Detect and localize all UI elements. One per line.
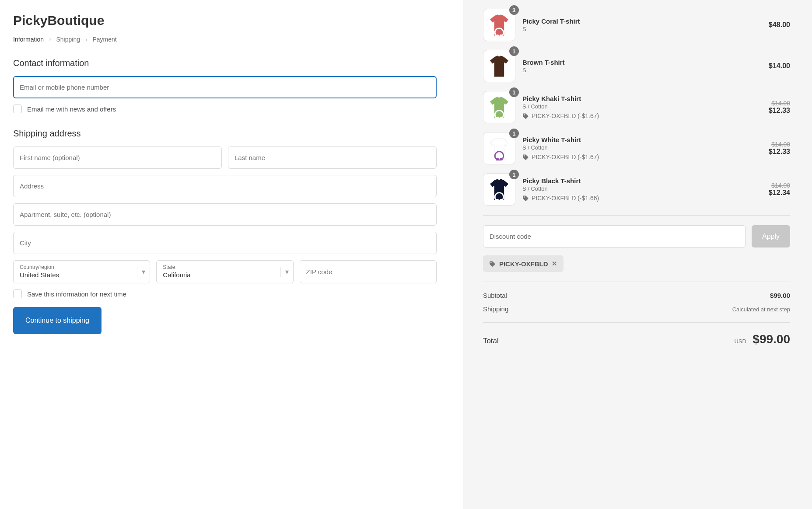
cart-item: 1 Picky White T-shirt S / Cotton PICKY-O… <box>483 132 790 164</box>
address-input[interactable] <box>13 175 437 197</box>
item-price: $48.00 <box>769 21 790 29</box>
item-variant: S <box>522 67 762 73</box>
total-label: Total <box>483 337 499 345</box>
apply-button[interactable]: Apply <box>752 225 790 248</box>
tag-icon <box>522 113 529 119</box>
product-thumbnail: 3 <box>483 9 515 41</box>
country-label: Country/region <box>20 264 144 270</box>
tag-icon <box>522 154 529 160</box>
newsletter-label: Email me with news and offers <box>27 105 116 113</box>
applied-discount-tag: PICKY-OXFBLD ✕ <box>483 255 564 272</box>
divider <box>483 322 790 323</box>
item-price: $14.00 <box>769 62 790 70</box>
breadcrumb-shipping[interactable]: Shipping <box>56 36 80 43</box>
original-price: $14.00 <box>769 141 790 148</box>
state-label: State <box>163 264 287 270</box>
tag-icon <box>489 261 496 267</box>
shipping-label: Shipping <box>483 305 508 313</box>
divider <box>483 215 790 216</box>
city-input[interactable] <box>13 232 437 254</box>
cart-item: 1 Picky Black T-shirt S / Cotton PICKY-O… <box>483 173 790 206</box>
product-thumbnail: 1 <box>483 173 515 206</box>
currency-label: USD <box>734 338 746 345</box>
first-name-input[interactable] <box>13 146 222 169</box>
breadcrumb: Information › Shipping › Payment <box>13 36 437 43</box>
item-variant: S / Cotton <box>522 103 762 110</box>
save-info-label: Save this information for next time <box>27 290 126 298</box>
store-title: PickyBoutique <box>13 13 437 28</box>
item-variant: S / Cotton <box>522 144 762 151</box>
quantity-badge: 1 <box>509 170 519 179</box>
chevron-right-icon: › <box>49 36 51 43</box>
product-thumbnail: 1 <box>483 50 515 82</box>
email-input[interactable] <box>13 76 437 98</box>
state-select[interactable]: State California ▾ <box>156 260 293 283</box>
subtotal-label: Subtotal <box>483 292 507 299</box>
original-price: $14.00 <box>769 182 790 189</box>
breadcrumb-information[interactable]: Information <box>13 36 44 43</box>
chevron-down-icon: ▾ <box>280 267 289 277</box>
last-name-input[interactable] <box>228 146 437 169</box>
product-thumbnail: 1 <box>483 132 515 164</box>
item-discount: PICKY-OXFBLD (-$1.67) <box>522 153 762 160</box>
cart-item: 3 Picky Coral T-shirt S $48.00 <box>483 9 790 41</box>
item-name: Brown T-shirt <box>522 59 762 66</box>
discount-input[interactable] <box>483 225 746 248</box>
applied-code-text: PICKY-OXFBLD <box>499 260 548 268</box>
original-price: $14.00 <box>769 100 790 107</box>
contact-heading: Contact information <box>13 58 437 68</box>
cart-item: 1 Picky Khaki T-shirt S / Cotton PICKY-O… <box>483 91 790 123</box>
quantity-badge: 1 <box>509 46 519 56</box>
remove-discount-icon[interactable]: ✕ <box>552 260 557 268</box>
zip-input[interactable] <box>300 260 437 283</box>
tag-icon <box>522 195 529 202</box>
item-name: Picky White T-shirt <box>522 136 762 143</box>
item-variant: S / Cotton <box>522 185 762 192</box>
quantity-badge: 1 <box>509 87 519 97</box>
item-price: $12.34 <box>769 189 790 197</box>
state-value: California <box>163 271 287 279</box>
item-name: Picky Khaki T-shirt <box>522 95 762 102</box>
save-info-checkbox[interactable] <box>13 289 22 298</box>
subtotal-value: $99.00 <box>770 292 790 299</box>
quantity-badge: 1 <box>509 129 519 138</box>
item-discount: PICKY-OXFBLD (-$1.67) <box>522 112 762 119</box>
shipping-heading: Shipping address <box>13 129 437 139</box>
item-variant: S <box>522 26 762 32</box>
item-discount: PICKY-OXFBLD (-$1.66) <box>522 195 762 202</box>
item-name: Picky Coral T-shirt <box>522 17 762 25</box>
newsletter-checkbox[interactable] <box>13 105 22 113</box>
country-select[interactable]: Country/region United States ▾ <box>13 260 150 283</box>
breadcrumb-payment[interactable]: Payment <box>92 36 116 43</box>
apartment-input[interactable] <box>13 203 437 226</box>
chevron-right-icon: › <box>85 36 88 43</box>
item-name: Picky Black T-shirt <box>522 177 762 185</box>
chevron-down-icon: ▾ <box>137 267 145 277</box>
shipping-value: Calculated at next step <box>732 306 790 313</box>
cart-item: 1 Brown T-shirt S $14.00 <box>483 50 790 82</box>
total-value: $99.00 <box>752 332 790 346</box>
divider <box>483 282 790 282</box>
continue-button[interactable]: Continue to shipping <box>13 307 102 334</box>
country-value: United States <box>20 271 144 279</box>
quantity-badge: 3 <box>509 5 519 15</box>
item-price: $12.33 <box>769 107 790 115</box>
product-thumbnail: 1 <box>483 91 515 123</box>
item-price: $12.33 <box>769 148 790 156</box>
